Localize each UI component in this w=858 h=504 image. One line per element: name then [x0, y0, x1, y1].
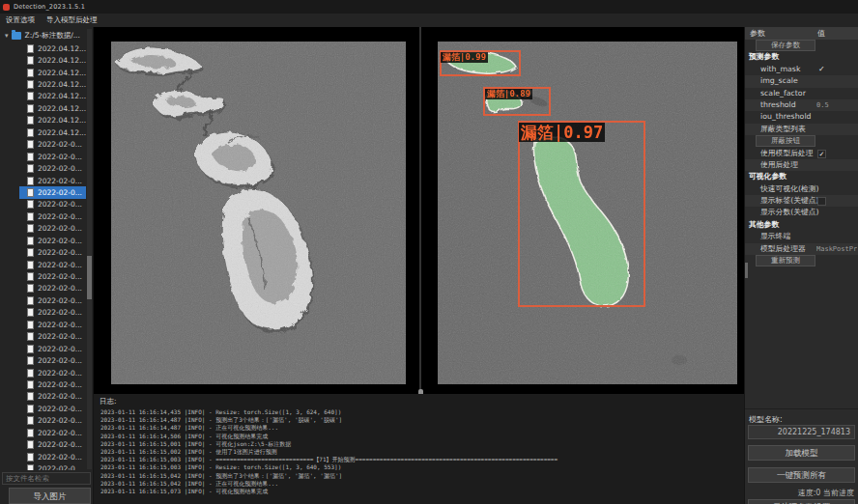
load-model-button[interactable]: 加载模型: [748, 445, 855, 461]
file-icon: [27, 416, 34, 425]
detection-overlay: 漏箔|0.99漏箔|0.89漏箔|0.97: [438, 42, 737, 384]
log-line: 2023-01-11 16:16:15,003 |INFO| - =======…: [100, 456, 741, 463]
file-icon: [27, 284, 34, 293]
tree-item[interactable]: 2022-02-0...: [19, 367, 86, 378]
app-icon: [3, 4, 10, 11]
param-row[interactable]: threshold0.5: [745, 99, 858, 111]
tree-item[interactable]: 2022.04.12...: [19, 78, 86, 90]
image-splitter[interactable]: [419, 27, 421, 394]
model-name-field[interactable]: 20221225_174813: [748, 425, 855, 439]
tree-root-folder[interactable]: ▾ Z:/5-标注数据/...: [0, 29, 80, 42]
import-images-button[interactable]: 导入图片: [9, 488, 91, 504]
tree-item-label: 2022-02-0...: [38, 177, 82, 185]
tree-item[interactable]: 2022.04.12...: [19, 67, 86, 78]
param-row[interactable]: 显示分数(关键点): [745, 207, 858, 218]
chevron-down-icon[interactable]: ▾: [5, 32, 9, 40]
param-label: img_scale: [745, 76, 798, 85]
param-row[interactable]: with_mask✓: [745, 64, 858, 75]
tree-item[interactable]: 2022-02-0...: [19, 391, 86, 403]
tree-item[interactable]: 2022-02-0...: [19, 246, 86, 258]
detection-label: 漏箔|0.99: [441, 52, 488, 63]
tree-item[interactable]: 2022-02-0...: [19, 331, 86, 343]
tree-item[interactable]: 2022-02-0...: [19, 162, 86, 174]
file-icon: [27, 224, 34, 233]
file-icon: [27, 92, 34, 100]
tree-item[interactable]: 2022-02-0...: [19, 151, 86, 162]
prediction-image-panel[interactable]: 漏箔|0.99漏箔|0.89漏箔|0.97: [438, 42, 737, 384]
tree-item[interactable]: 2022.04.12...: [19, 115, 86, 126]
tree-item[interactable]: 2022-02-0...: [19, 403, 86, 414]
tree-item[interactable]: 2022-02-0...: [19, 378, 86, 390]
search-input[interactable]: [2, 472, 91, 485]
tree-scrollbar[interactable]: [87, 29, 92, 469]
tree-item[interactable]: 2022-02-0...: [19, 139, 86, 151]
param-row[interactable]: iou_threshold: [745, 111, 858, 123]
param-action-button[interactable]: 屏蔽按钮: [756, 135, 815, 147]
tree-item[interactable]: 2022-02-0...: [19, 175, 86, 186]
file-icon: [27, 80, 34, 89]
params-header: 参数 值: [745, 27, 858, 40]
tree-item[interactable]: 2022-02-0...: [19, 319, 86, 330]
param-label: 模型后处理器: [745, 244, 806, 253]
tree-item[interactable]: 2022-02-0...: [19, 343, 86, 354]
param-row[interactable]: 屏蔽类型列表: [745, 124, 858, 135]
file-icon: [27, 261, 34, 269]
tree-item[interactable]: 2022-02-0...: [19, 210, 86, 222]
params-scrollbar-thumb[interactable]: [745, 263, 748, 278]
param-row[interactable]: 模型后处理器MaskPostPro: [745, 243, 858, 255]
param-section: 预测参数: [745, 51, 858, 63]
original-image: [111, 42, 406, 384]
param-label: 显示终端: [745, 232, 790, 240]
tree-item[interactable]: 2022-02-0...: [19, 294, 86, 306]
file-icon: [27, 128, 34, 137]
param-value: 0.5: [816, 99, 857, 111]
tree-item[interactable]: 2022-02-0...: [19, 415, 86, 427]
param-row[interactable]: 快速可视化(检测): [745, 183, 858, 195]
checkbox-empty-icon[interactable]: [817, 197, 826, 206]
tree-scrollbar-thumb[interactable]: [87, 256, 92, 299]
param-row[interactable]: img_scale: [745, 75, 858, 87]
predict-all-button[interactable]: 一键预测所有: [748, 467, 855, 483]
tree-item[interactable]: 2022-02-0...: [19, 283, 86, 294]
tree-item[interactable]: 2022-02-0...: [19, 462, 86, 470]
tree-item[interactable]: 2022-02-0...: [19, 199, 86, 210]
tree-item[interactable]: 2022-02-0...: [19, 451, 86, 462]
postprocess-settings-button[interactable]: 后处理参数设置: [748, 499, 855, 504]
param-section: 可视化参数: [745, 171, 858, 182]
params-header-value: 值: [817, 27, 825, 40]
param-action-button[interactable]: 保存参数: [756, 40, 815, 51]
original-image-panel[interactable]: [111, 42, 406, 384]
log-line: 2023-01-11 16:16:14,487 |INFO| - 正在可视化预测…: [100, 424, 741, 432]
model-name-label: 模型名称:: [749, 414, 783, 425]
tree-item[interactable]: 2022-02-0...: [19, 354, 86, 366]
param-label: threshold: [745, 100, 796, 109]
tree-item[interactable]: 2022.04.12...: [19, 102, 86, 114]
tree-item[interactable]: 2022.04.12...: [19, 54, 86, 66]
tree-item[interactable]: 2022-02-0...: [19, 186, 86, 198]
detection-box: [518, 121, 645, 307]
file-icon: [27, 464, 34, 470]
file-icon: [27, 153, 34, 161]
tree-item[interactable]: 2022-02-0...: [19, 270, 86, 282]
param-action-button[interactable]: 重新预测: [756, 255, 815, 266]
tree-item[interactable]: 2022-02-0...: [19, 438, 86, 450]
tree-item[interactable]: 2022.04.12...: [19, 126, 86, 138]
param-row[interactable]: 使用后处理: [745, 159, 858, 171]
tree-item[interactable]: 2022-02-0...: [19, 223, 86, 235]
tree-item[interactable]: 2022-02-0...: [19, 235, 86, 246]
param-row[interactable]: 显示标签(关键点): [745, 195, 858, 207]
menu-item-settings[interactable]: 设置选项: [0, 14, 41, 27]
progress-status: 速度:0 当前进度: [798, 488, 854, 498]
checkmark-icon[interactable]: ✓: [818, 64, 825, 75]
tree-item[interactable]: 2022.04.12...: [19, 91, 86, 102]
param-row[interactable]: 使用模型后处理✓: [745, 148, 858, 159]
param-row[interactable]: scale_factor: [745, 88, 858, 99]
menu-item-import-postprocess[interactable]: 导入模型后处理: [41, 14, 103, 27]
tree-item[interactable]: 2022.04.12...: [19, 42, 86, 54]
checkbox-checked-icon[interactable]: ✓: [817, 150, 826, 158]
tree-item[interactable]: 2022-02-0...: [19, 427, 86, 438]
folder-icon: [12, 32, 21, 40]
tree-item[interactable]: 2022-02-0...: [19, 259, 86, 270]
tree-item[interactable]: 2022-02-0...: [19, 307, 86, 319]
param-row[interactable]: 显示终端: [745, 231, 858, 242]
